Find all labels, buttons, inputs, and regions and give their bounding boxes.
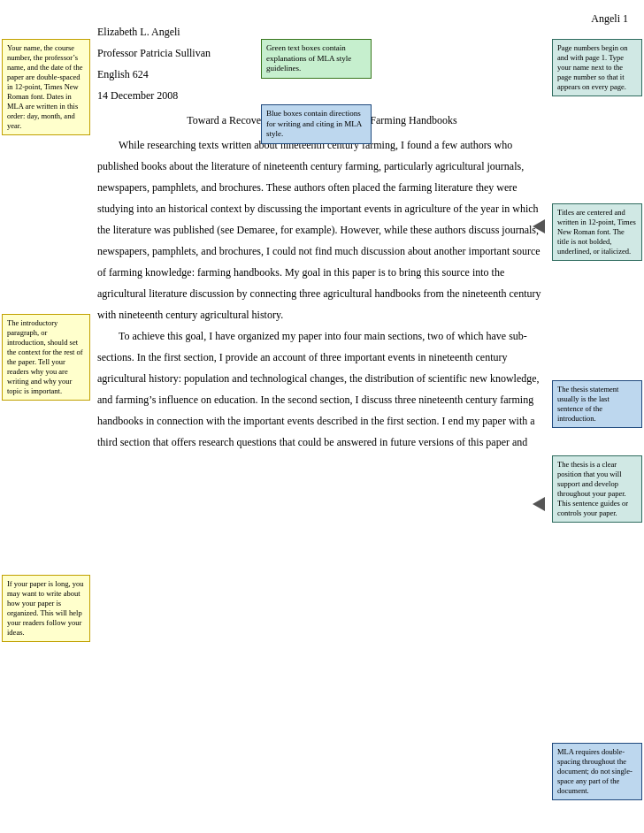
right-ann-mla: MLA requires double-spacing throughout t… [552, 743, 642, 800]
right-ann-pagenum: Page numbers begin on and with page 1. T… [552, 39, 642, 96]
date: 14 December 2008 [97, 85, 547, 106]
annotation-blue-box: Blue boxes contain directions for writin… [261, 104, 372, 144]
body-paragraph-2: To achieve this goal, I have organized m… [97, 325, 547, 453]
arrow-left-icon-2 [533, 497, 545, 511]
page-wrapper: Angeli 1 Your name, the course number, t… [0, 0, 644, 833]
arrow-thesis [533, 497, 545, 511]
left-ann-intro: The introductory paragraph, or introduct… [2, 314, 90, 401]
right-ann-titles: Titles are centered and written in 12-po… [552, 203, 642, 261]
left-ann-long: If your paper is long, you may want to w… [2, 575, 90, 642]
annotation-green-box: Green text boxes contain explanations of… [261, 39, 372, 79]
arrow-title [533, 219, 545, 233]
main-content: Elizabeth L. Angeli Professor Patricia S… [97, 21, 547, 453]
left-ann-header: Your name, the course number, the profes… [2, 39, 90, 135]
page-number: Angeli 1 [591, 12, 628, 26]
arrow-left-icon [533, 219, 545, 233]
body-paragraph-1: While researching texts written about ni… [97, 134, 547, 325]
right-ann-thesis-pos: The thesis statement usually is the last… [552, 380, 642, 428]
body-text: While researching texts written about ni… [97, 134, 547, 453]
right-ann-thesis-clear: The thesis is a clear position that you … [552, 455, 642, 523]
